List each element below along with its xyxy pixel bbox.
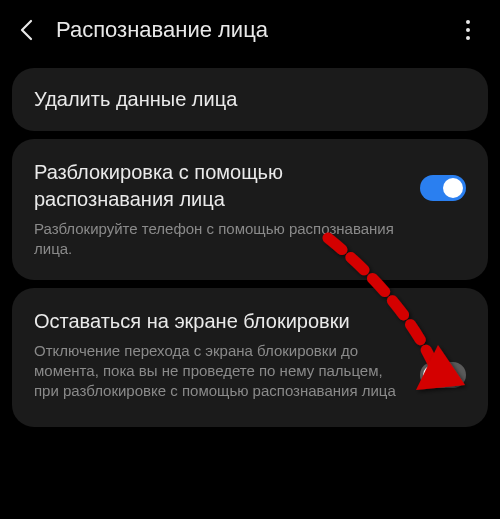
face-unlock-toggle[interactable] xyxy=(420,175,466,201)
face-unlock-setting: Разблокировка с помощью распознавания ли… xyxy=(12,139,488,280)
stay-on-lockscreen-desc: Отключение перехода с экрана блокировки … xyxy=(34,341,404,402)
more-icon xyxy=(466,20,470,40)
face-unlock-text[interactable]: Разблокировка с помощью распознавания ли… xyxy=(34,159,404,260)
stay-on-lockscreen-title: Оставаться на экране блокировки xyxy=(34,308,404,335)
toggle-knob xyxy=(443,178,463,198)
stay-on-lockscreen-setting: Оставаться на экране блокировки Отключен… xyxy=(12,288,488,428)
face-unlock-title: Разблокировка с помощью распознавания ли… xyxy=(34,159,404,213)
chevron-left-icon xyxy=(19,19,33,41)
back-button[interactable] xyxy=(10,14,42,46)
header: Распознавание лица xyxy=(0,0,500,60)
page-title: Распознавание лица xyxy=(56,17,438,43)
delete-face-data-label: Удалить данные лица xyxy=(34,88,466,111)
stay-on-lockscreen-toggle[interactable] xyxy=(420,362,466,388)
stay-on-lockscreen-text[interactable]: Оставаться на экране блокировки Отключен… xyxy=(34,308,404,402)
toggle-knob xyxy=(423,365,443,385)
delete-face-data-card[interactable]: Удалить данные лица xyxy=(12,68,488,131)
face-unlock-desc: Разблокируйте телефон с помощью распозна… xyxy=(34,219,404,260)
more-button[interactable] xyxy=(452,14,484,46)
